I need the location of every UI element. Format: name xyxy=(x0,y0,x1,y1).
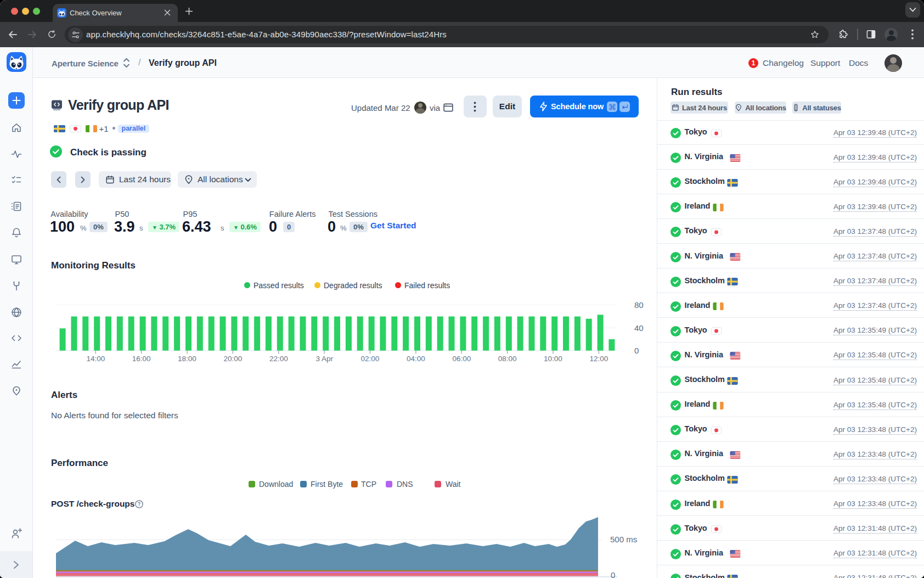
svg-text:80: 80 xyxy=(634,300,644,310)
svg-text:18:00: 18:00 xyxy=(178,355,196,363)
svg-text:22:00: 22:00 xyxy=(269,355,288,363)
svg-text:500 ms: 500 ms xyxy=(610,535,637,544)
svg-text:04:00: 04:00 xyxy=(407,355,425,363)
svg-text:16:00: 16:00 xyxy=(132,355,151,363)
svg-text:10:00: 10:00 xyxy=(544,355,562,363)
svg-text:0: 0 xyxy=(611,570,615,578)
svg-text:40: 40 xyxy=(634,323,644,333)
svg-text:06:00: 06:00 xyxy=(452,355,471,363)
svg-text:12:00: 12:00 xyxy=(590,355,609,363)
svg-text:14:00: 14:00 xyxy=(86,355,105,363)
svg-text:20:00: 20:00 xyxy=(224,355,243,363)
svg-text:08:00: 08:00 xyxy=(498,355,517,363)
svg-text:3 Apr: 3 Apr xyxy=(315,355,333,363)
svg-text:0: 0 xyxy=(634,346,639,355)
svg-text:02:00: 02:00 xyxy=(361,355,380,363)
